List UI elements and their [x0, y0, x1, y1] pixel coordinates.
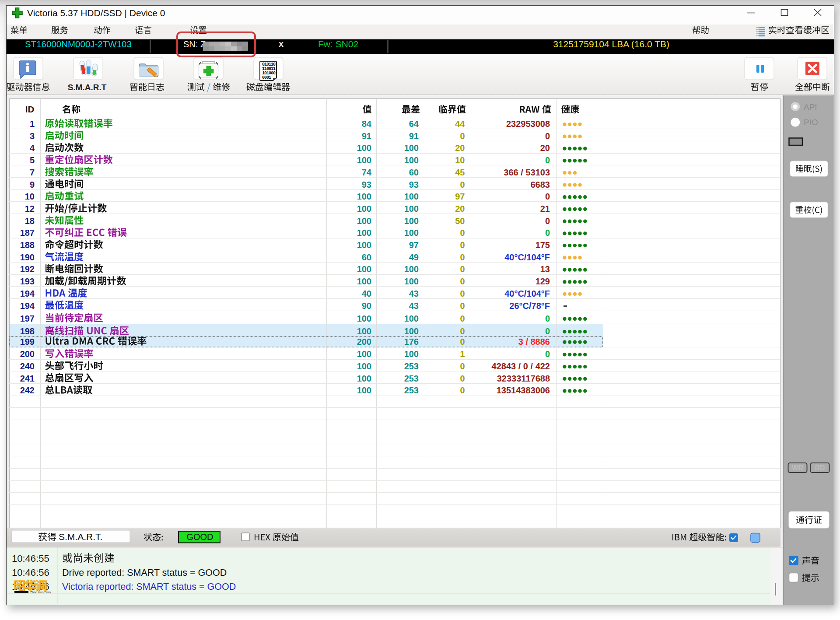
svg-text:API: API	[804, 102, 817, 112]
svg-text:0: 0	[460, 252, 465, 262]
svg-text:6683: 6683	[531, 180, 550, 189]
svg-text:26°C/78°F: 26°C/78°F	[509, 301, 550, 311]
svg-text:7: 7	[30, 168, 35, 177]
svg-text:0: 0	[460, 277, 465, 286]
svg-text:91: 91	[362, 131, 371, 141]
svg-text:175: 175	[536, 240, 550, 250]
svg-text:64: 64	[409, 119, 419, 129]
svg-text:187: 187	[20, 228, 35, 238]
svg-text:100: 100	[357, 277, 371, 286]
svg-text:100: 100	[357, 155, 371, 165]
svg-text:0: 0	[545, 131, 550, 141]
svg-text:93: 93	[409, 180, 419, 189]
svg-text:x: x	[279, 39, 284, 49]
svg-text:192: 192	[20, 264, 35, 274]
svg-text:42843 / 0 / 422: 42843 / 0 / 422	[492, 361, 550, 371]
svg-text:60: 60	[409, 168, 419, 177]
svg-text:100: 100	[357, 361, 371, 371]
svg-text:241: 241	[20, 374, 35, 383]
svg-text:0: 0	[545, 349, 550, 359]
svg-text:200: 200	[357, 337, 371, 347]
svg-text:93: 93	[362, 180, 371, 189]
svg-text:190: 190	[20, 252, 35, 262]
svg-text:13: 13	[540, 264, 550, 274]
svg-text:100: 100	[357, 326, 371, 336]
svg-text:194: 194	[20, 289, 35, 298]
svg-text:100: 100	[357, 228, 371, 238]
svg-text:44: 44	[455, 119, 465, 129]
svg-text:WR: WR	[792, 464, 804, 472]
svg-text:Victoria reported: SMART statu: Victoria reported: SMART status = GOOD	[62, 581, 236, 592]
svg-text:100: 100	[404, 216, 419, 226]
svg-text:10:46:55: 10:46:55	[12, 553, 49, 564]
svg-text:100: 100	[404, 204, 419, 214]
svg-text:GOOD: GOOD	[186, 532, 213, 542]
svg-text:100: 100	[404, 228, 419, 238]
svg-text:100: 100	[404, 349, 419, 359]
svg-text:188: 188	[20, 240, 35, 250]
svg-text:Drive reported: SMART status =: Drive reported: SMART status = GOOD	[62, 567, 227, 578]
svg-text:198: 198	[20, 326, 35, 336]
svg-text:197: 197	[20, 314, 35, 323]
svg-text:0: 0	[460, 314, 465, 323]
svg-text:0: 0	[460, 385, 465, 395]
svg-text:S.M.A.R.T: S.M.A.R.T	[68, 83, 107, 92]
svg-text:45: 45	[455, 168, 465, 177]
svg-text:100: 100	[357, 143, 371, 153]
svg-text:100: 100	[404, 155, 419, 165]
svg-text:176: 176	[404, 337, 419, 347]
svg-text:0: 0	[460, 361, 465, 371]
svg-text:31251759104 LBA (16.0 TB): 31251759104 LBA (16.0 TB)	[553, 39, 669, 49]
svg-text:91: 91	[409, 131, 419, 141]
svg-text:0: 0	[545, 192, 550, 201]
svg-text:Victoria 5.37 HDD/SSD | Device: Victoria 5.37 HDD/SSD | Device 0	[27, 8, 165, 18]
svg-text:199: 199	[20, 337, 35, 347]
svg-text:200: 200	[20, 349, 35, 359]
svg-text:0: 0	[545, 228, 550, 238]
svg-text:100: 100	[357, 349, 371, 359]
svg-text:240: 240	[20, 361, 35, 371]
svg-text:20: 20	[455, 143, 465, 153]
svg-text:0001: 0001	[262, 75, 271, 80]
svg-text:100: 100	[357, 264, 371, 274]
svg-text:SN: Z: SN: Z	[183, 39, 206, 49]
svg-text:ID: ID	[25, 104, 35, 114]
svg-text:0: 0	[545, 314, 550, 323]
svg-text:0: 0	[545, 155, 550, 165]
svg-text:60: 60	[362, 252, 371, 262]
svg-text:100: 100	[357, 240, 371, 250]
svg-text:100: 100	[404, 143, 419, 153]
svg-text:21: 21	[540, 204, 550, 214]
svg-text:10:46:56: 10:46:56	[12, 567, 49, 578]
svg-text:43: 43	[409, 301, 419, 311]
svg-text:232953008: 232953008	[506, 119, 550, 129]
svg-text:100: 100	[357, 314, 371, 323]
svg-text:RD: RD	[815, 464, 825, 472]
svg-text:100: 100	[357, 385, 371, 395]
svg-text:12: 12	[25, 204, 35, 214]
svg-text:90: 90	[362, 301, 371, 311]
svg-text:ST16000NM000J-2TW103: ST16000NM000J-2TW103	[25, 39, 132, 49]
svg-text:18: 18	[25, 216, 35, 226]
svg-text:Fw: SN02: Fw: SN02	[318, 39, 358, 49]
svg-text:194: 194	[20, 301, 35, 311]
svg-text:0: 0	[460, 374, 465, 383]
svg-text:0: 0	[460, 228, 465, 238]
svg-text:0: 0	[460, 240, 465, 250]
svg-text:0: 0	[460, 289, 465, 298]
svg-text:253: 253	[404, 361, 419, 371]
svg-text:0: 0	[545, 216, 550, 226]
svg-text:9: 9	[30, 180, 35, 189]
svg-text:100: 100	[404, 326, 419, 336]
svg-text:50: 50	[455, 216, 465, 226]
svg-text:100: 100	[357, 204, 371, 214]
svg-text:97: 97	[455, 192, 465, 201]
svg-text:0: 0	[460, 180, 465, 189]
svg-text:129: 129	[536, 277, 550, 286]
svg-text:253: 253	[404, 385, 419, 395]
svg-text:3: 3	[30, 131, 35, 141]
svg-text:0: 0	[460, 301, 465, 311]
svg-text:PIO: PIO	[804, 118, 818, 127]
svg-text:242: 242	[20, 385, 35, 395]
svg-text:366 / 53103: 366 / 53103	[504, 168, 550, 177]
